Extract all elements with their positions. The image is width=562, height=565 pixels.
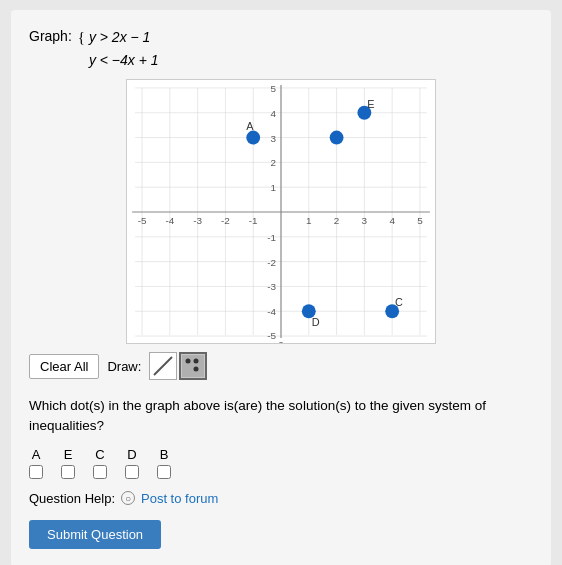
choice-D-label: D <box>127 447 136 462</box>
y-neg2-label: -2 <box>267 257 276 268</box>
draw-icon-dots[interactable] <box>179 352 207 380</box>
svg-line-22 <box>154 357 172 375</box>
y-4-label: 4 <box>271 108 277 119</box>
choice-A-checkbox[interactable] <box>29 465 43 479</box>
x-5-label: 5 <box>417 215 423 226</box>
post-to-forum-link[interactable]: Post to forum <box>141 491 218 506</box>
choice-E-label: E <box>64 447 73 462</box>
help-circle-icon: ○ <box>121 491 135 505</box>
dot-E-label: E <box>367 98 374 110</box>
x-neg5-label: -5 <box>138 215 147 226</box>
eq2-text: y < −4x + 1 <box>89 52 159 68</box>
y-3-label: 3 <box>271 133 277 144</box>
choice-B: B <box>157 447 171 479</box>
system-equations: { y > 2x − 1 { y < −4x + 1 <box>78 26 159 71</box>
x-neg4-label: -4 <box>165 215 174 226</box>
choice-C-checkbox[interactable] <box>93 465 107 479</box>
draw-icon-diagonal[interactable] <box>149 352 177 380</box>
submit-button[interactable]: Submit Question <box>29 520 161 549</box>
choice-A: A <box>29 447 43 479</box>
dot-B[interactable] <box>330 131 344 145</box>
help-label: Question Help: <box>29 491 115 506</box>
choice-C-label: C <box>95 447 104 462</box>
svg-point-25 <box>194 367 199 372</box>
eq1-text: y > 2x − 1 <box>89 29 150 45</box>
x-2-label: 2 <box>334 215 340 226</box>
choice-D: D <box>125 447 139 479</box>
answer-choices: A E C D B <box>29 447 533 479</box>
choice-B-checkbox[interactable] <box>157 465 171 479</box>
dot-A[interactable] <box>246 131 260 145</box>
x-3-label: 3 <box>362 215 368 226</box>
dot-D-label: D <box>312 316 320 328</box>
equation-2: { y < −4x + 1 <box>78 49 159 72</box>
choice-A-label: A <box>32 447 41 462</box>
question-help: Question Help: ○ Post to forum <box>29 491 533 506</box>
draw-label: Draw: <box>107 359 141 374</box>
y-neg1-label: -1 <box>267 232 276 243</box>
x-neg2-label: -2 <box>221 215 230 226</box>
question-text: Which dot(s) in the graph above is(are) … <box>29 396 533 437</box>
svg-point-24 <box>186 359 191 364</box>
choice-D-checkbox[interactable] <box>125 465 139 479</box>
draw-icons <box>149 352 207 380</box>
x-neg1-label: -1 <box>249 215 258 226</box>
y-1-label: 1 <box>271 182 277 193</box>
problem-label: Graph: { y > 2x − 1 { y < −4x + 1 <box>29 26 533 71</box>
clear-all-button[interactable]: Clear All <box>29 354 99 379</box>
y-5-label: 5 <box>271 83 277 94</box>
graph-word: Graph: <box>29 26 72 44</box>
graph-svg: 0 -1 -2 -3 -4 -5 1 2 3 4 5 5 4 3 2 1 -1 <box>127 80 435 343</box>
choice-B-label: B <box>160 447 169 462</box>
main-card: Graph: { y > 2x − 1 { y < −4x + 1 <box>11 10 551 565</box>
y-neg3-label: -3 <box>267 281 276 292</box>
svg-point-26 <box>194 359 199 364</box>
choice-E: E <box>61 447 75 479</box>
equation-1: { y > 2x − 1 <box>78 26 159 49</box>
y-neg4-label: -4 <box>267 306 276 317</box>
x-axis-label: 0 <box>278 339 284 343</box>
y-neg5-label: -5 <box>267 330 276 341</box>
graph-container: 0 -1 -2 -3 -4 -5 1 2 3 4 5 5 4 3 2 1 -1 <box>126 79 436 344</box>
y-2-label: 2 <box>271 157 277 168</box>
x-neg3-label: -3 <box>193 215 202 226</box>
dot-A-label: A <box>246 120 254 132</box>
x-4-label: 4 <box>389 215 395 226</box>
dot-C-label: C <box>395 296 403 308</box>
x-1-label: 1 <box>306 215 312 226</box>
toolbar: Clear All Draw: <box>29 352 533 380</box>
choice-E-checkbox[interactable] <box>61 465 75 479</box>
choice-C: C <box>93 447 107 479</box>
svg-rect-23 <box>182 355 204 377</box>
